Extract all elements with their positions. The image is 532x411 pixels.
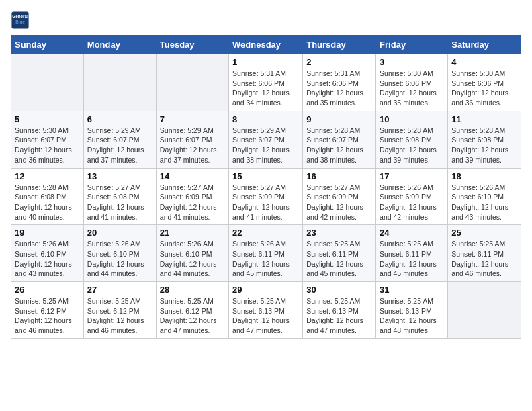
day-info: Sunrise: 5:28 AM Sunset: 6:08 PM Dayligh… xyxy=(15,183,80,222)
day-cell: 25Sunrise: 5:25 AM Sunset: 6:11 PM Dayli… xyxy=(448,225,521,282)
day-number: 20 xyxy=(87,228,152,238)
day-info: Sunrise: 5:25 AM Sunset: 6:13 PM Dayligh… xyxy=(306,296,372,336)
day-info: Sunrise: 5:26 AM Sunset: 6:10 PM Dayligh… xyxy=(87,239,152,279)
day-cell: 7Sunrise: 5:29 AM Sunset: 6:07 PM Daylig… xyxy=(156,111,228,168)
day-cell: 12Sunrise: 5:28 AM Sunset: 6:08 PM Dayli… xyxy=(11,168,84,225)
day-number: 19 xyxy=(15,228,80,238)
day-number: 9 xyxy=(306,114,372,124)
day-cell xyxy=(83,54,156,111)
day-number: 5 xyxy=(15,114,80,124)
day-number: 6 xyxy=(87,114,152,124)
day-number: 23 xyxy=(306,228,372,238)
day-cell: 11Sunrise: 5:28 AM Sunset: 6:08 PM Dayli… xyxy=(448,111,521,168)
day-info: Sunrise: 5:27 AM Sunset: 6:08 PM Dayligh… xyxy=(87,183,152,222)
header-cell-wednesday: Wednesday xyxy=(229,36,303,54)
day-number: 3 xyxy=(380,57,444,67)
header-row: SundayMondayTuesdayWednesdayThursdayFrid… xyxy=(11,36,521,54)
day-number: 26 xyxy=(15,285,80,295)
day-cell: 20Sunrise: 5:26 AM Sunset: 6:10 PM Dayli… xyxy=(83,225,156,282)
day-cell: 4Sunrise: 5:30 AM Sunset: 6:06 PM Daylig… xyxy=(448,54,521,111)
header-cell-sunday: Sunday xyxy=(11,36,84,54)
day-number: 21 xyxy=(160,228,225,238)
day-number: 10 xyxy=(380,114,444,124)
day-cell: 15Sunrise: 5:27 AM Sunset: 6:09 PM Dayli… xyxy=(229,168,303,225)
day-cell: 14Sunrise: 5:27 AM Sunset: 6:09 PM Dayli… xyxy=(156,168,228,225)
week-row-4: 19Sunrise: 5:26 AM Sunset: 6:10 PM Dayli… xyxy=(11,225,521,282)
day-info: Sunrise: 5:28 AM Sunset: 6:08 PM Dayligh… xyxy=(451,126,517,165)
day-number: 11 xyxy=(451,114,517,124)
day-number: 7 xyxy=(160,114,225,124)
day-cell: 27Sunrise: 5:25 AM Sunset: 6:12 PM Dayli… xyxy=(83,282,156,339)
day-cell: 29Sunrise: 5:25 AM Sunset: 6:13 PM Dayli… xyxy=(229,282,303,339)
day-cell: 10Sunrise: 5:28 AM Sunset: 6:08 PM Dayli… xyxy=(376,111,448,168)
day-cell: 26Sunrise: 5:25 AM Sunset: 6:12 PM Dayli… xyxy=(11,282,84,339)
day-cell: 9Sunrise: 5:28 AM Sunset: 6:07 PM Daylig… xyxy=(303,111,376,168)
day-info: Sunrise: 5:25 AM Sunset: 6:12 PM Dayligh… xyxy=(15,296,80,336)
day-info: Sunrise: 5:28 AM Sunset: 6:08 PM Dayligh… xyxy=(380,126,444,165)
logo: General Blue xyxy=(11,11,30,30)
day-number: 24 xyxy=(380,228,444,238)
day-number: 28 xyxy=(160,285,225,295)
day-info: Sunrise: 5:27 AM Sunset: 6:09 PM Dayligh… xyxy=(160,183,225,222)
day-info: Sunrise: 5:26 AM Sunset: 6:10 PM Dayligh… xyxy=(15,239,80,279)
header-cell-friday: Friday xyxy=(376,36,448,54)
day-info: Sunrise: 5:26 AM Sunset: 6:10 PM Dayligh… xyxy=(451,183,517,222)
week-row-3: 12Sunrise: 5:28 AM Sunset: 6:08 PM Dayli… xyxy=(11,168,521,225)
day-number: 29 xyxy=(232,285,299,295)
week-row-5: 26Sunrise: 5:25 AM Sunset: 6:12 PM Dayli… xyxy=(11,282,521,339)
day-info: Sunrise: 5:26 AM Sunset: 6:10 PM Dayligh… xyxy=(160,239,225,279)
day-cell xyxy=(156,54,228,111)
day-cell: 23Sunrise: 5:25 AM Sunset: 6:11 PM Dayli… xyxy=(303,225,376,282)
day-number: 1 xyxy=(232,57,299,67)
day-number: 4 xyxy=(451,57,517,67)
day-info: Sunrise: 5:25 AM Sunset: 6:12 PM Dayligh… xyxy=(87,296,152,336)
day-cell: 21Sunrise: 5:26 AM Sunset: 6:10 PM Dayli… xyxy=(156,225,228,282)
day-info: Sunrise: 5:25 AM Sunset: 6:13 PM Dayligh… xyxy=(232,296,299,336)
day-cell: 16Sunrise: 5:27 AM Sunset: 6:09 PM Dayli… xyxy=(303,168,376,225)
day-info: Sunrise: 5:31 AM Sunset: 6:06 PM Dayligh… xyxy=(232,68,299,108)
day-cell: 2Sunrise: 5:31 AM Sunset: 6:06 PM Daylig… xyxy=(303,54,376,111)
day-cell: 3Sunrise: 5:30 AM Sunset: 6:06 PM Daylig… xyxy=(376,54,448,111)
day-info: Sunrise: 5:30 AM Sunset: 6:06 PM Dayligh… xyxy=(451,68,517,108)
calendar-table: SundayMondayTuesdayWednesdayThursdayFrid… xyxy=(11,35,521,339)
day-info: Sunrise: 5:30 AM Sunset: 6:06 PM Dayligh… xyxy=(380,68,444,108)
week-row-2: 5Sunrise: 5:30 AM Sunset: 6:07 PM Daylig… xyxy=(11,111,521,168)
day-number: 2 xyxy=(306,57,372,67)
day-info: Sunrise: 5:27 AM Sunset: 6:09 PM Dayligh… xyxy=(306,183,372,222)
day-number: 27 xyxy=(87,285,152,295)
day-cell xyxy=(11,54,84,111)
day-number: 8 xyxy=(232,114,299,124)
logo-icon: General Blue xyxy=(11,11,30,30)
day-info: Sunrise: 5:25 AM Sunset: 6:11 PM Dayligh… xyxy=(451,239,517,279)
day-info: Sunrise: 5:31 AM Sunset: 6:06 PM Dayligh… xyxy=(306,68,372,108)
day-cell: 5Sunrise: 5:30 AM Sunset: 6:07 PM Daylig… xyxy=(11,111,84,168)
day-cell: 1Sunrise: 5:31 AM Sunset: 6:06 PM Daylig… xyxy=(229,54,303,111)
day-info: Sunrise: 5:28 AM Sunset: 6:07 PM Dayligh… xyxy=(306,126,372,165)
day-number: 18 xyxy=(451,171,517,181)
day-cell: 6Sunrise: 5:29 AM Sunset: 6:07 PM Daylig… xyxy=(83,111,156,168)
day-cell: 8Sunrise: 5:29 AM Sunset: 6:07 PM Daylig… xyxy=(229,111,303,168)
header-cell-thursday: Thursday xyxy=(303,36,376,54)
day-number: 22 xyxy=(232,228,299,238)
day-number: 12 xyxy=(15,171,80,181)
day-cell: 19Sunrise: 5:26 AM Sunset: 6:10 PM Dayli… xyxy=(11,225,84,282)
day-info: Sunrise: 5:29 AM Sunset: 6:07 PM Dayligh… xyxy=(232,126,299,165)
day-cell xyxy=(448,282,521,339)
day-info: Sunrise: 5:25 AM Sunset: 6:11 PM Dayligh… xyxy=(380,239,444,279)
day-number: 14 xyxy=(160,171,225,181)
day-info: Sunrise: 5:25 AM Sunset: 6:13 PM Dayligh… xyxy=(380,296,444,336)
day-info: Sunrise: 5:29 AM Sunset: 6:07 PM Dayligh… xyxy=(160,126,225,165)
day-info: Sunrise: 5:25 AM Sunset: 6:11 PM Dayligh… xyxy=(306,239,372,279)
day-number: 17 xyxy=(380,171,444,181)
day-info: Sunrise: 5:26 AM Sunset: 6:09 PM Dayligh… xyxy=(380,183,444,222)
header-cell-monday: Monday xyxy=(83,36,156,54)
day-info: Sunrise: 5:30 AM Sunset: 6:07 PM Dayligh… xyxy=(15,126,80,165)
day-number: 31 xyxy=(380,285,444,295)
week-row-1: 1Sunrise: 5:31 AM Sunset: 6:06 PM Daylig… xyxy=(11,54,521,111)
header-cell-saturday: Saturday xyxy=(448,36,521,54)
day-cell: 17Sunrise: 5:26 AM Sunset: 6:09 PM Dayli… xyxy=(376,168,448,225)
day-number: 30 xyxy=(306,285,372,295)
day-cell: 28Sunrise: 5:25 AM Sunset: 6:12 PM Dayli… xyxy=(156,282,228,339)
day-cell: 31Sunrise: 5:25 AM Sunset: 6:13 PM Dayli… xyxy=(376,282,448,339)
page-header: General Blue xyxy=(11,11,521,30)
